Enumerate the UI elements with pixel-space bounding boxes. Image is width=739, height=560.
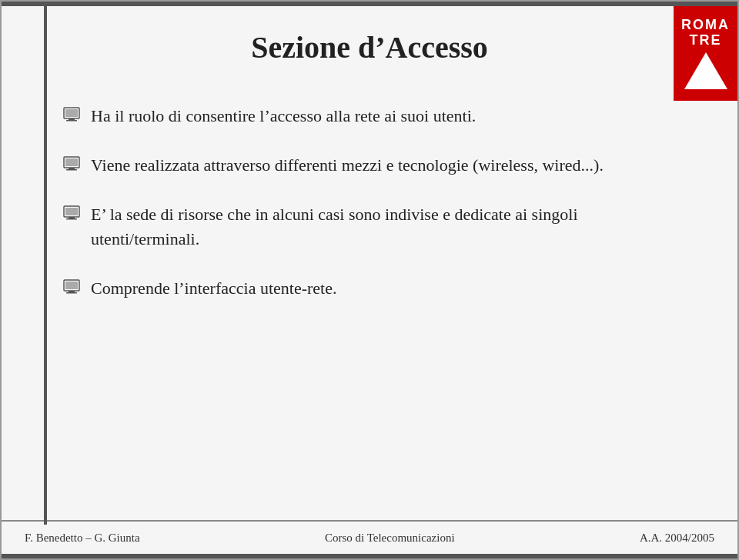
bullet-icon-4 — [63, 278, 80, 295]
slide-header: Sezione d’Accesso — [2, 6, 737, 73]
svg-rect-9 — [65, 208, 78, 215]
slide: ROMA TRE Sezione d’Accesso Ha il ruolo d… — [0, 0, 739, 560]
footer-author: F. Benedetto – G. Giunta — [25, 532, 140, 545]
bullet-item-2: Viene realizzata attraverso differenti m… — [63, 153, 676, 178]
svg-rect-11 — [66, 218, 77, 220]
svg-rect-15 — [66, 292, 77, 294]
svg-rect-2 — [69, 118, 75, 120]
bullet-text-2: Viene realizzata attraverso differenti m… — [91, 153, 604, 178]
footer-course: Corso di Telecomunicazioni — [325, 532, 455, 545]
svg-rect-5 — [65, 158, 78, 166]
slide-title: Sezione d’Accesso — [251, 29, 488, 65]
svg-rect-13 — [65, 282, 78, 289]
slide-content: Ha il ruolo di consentire l’accesso alla… — [2, 73, 737, 520]
footer-year: A.A. 2004/2005 — [640, 532, 714, 545]
bullet-text-1: Ha il ruolo di consentire l’accesso alla… — [91, 104, 476, 128]
bottom-border — [2, 554, 737, 558]
bullet-item-4: Comprende l’interfaccia utente-rete. — [63, 276, 676, 301]
bullet-text-3: E’ la sede di risorse che in alcuni casi… — [91, 202, 676, 252]
bullet-icon-2 — [63, 155, 80, 172]
svg-rect-7 — [66, 169, 77, 171]
bullet-item-1: Ha il ruolo di consentire l’accesso alla… — [63, 104, 676, 128]
bullet-icon-3 — [63, 205, 80, 222]
bullet-text-4: Comprende l’interfaccia utente-rete. — [91, 276, 336, 301]
svg-rect-3 — [66, 120, 77, 122]
svg-rect-1 — [65, 109, 78, 117]
left-border — [44, 6, 47, 525]
slide-footer: F. Benedetto – G. Giunta Corso di Teleco… — [2, 520, 737, 554]
bullet-icon-1 — [63, 106, 80, 123]
bullet-item-3: E’ la sede di risorse che in alcuni casi… — [63, 202, 676, 252]
svg-rect-10 — [69, 217, 75, 218]
svg-rect-6 — [69, 168, 75, 169]
svg-rect-14 — [69, 291, 75, 292]
